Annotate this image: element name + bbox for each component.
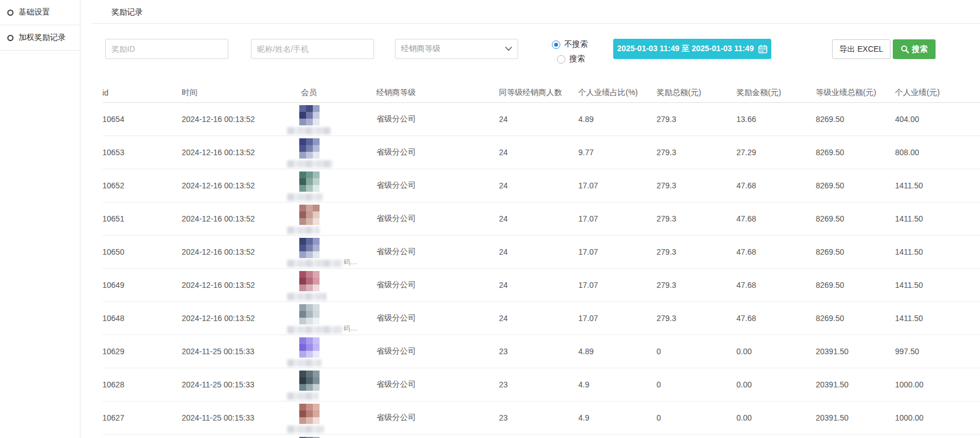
- cell-level-performance-total: 20391.50: [816, 335, 895, 368]
- cell-reward-total: 279.3: [657, 202, 736, 235]
- radio-ring-icon: [7, 35, 14, 41]
- cell-time: 2024-12-16 00:13:52: [182, 268, 301, 301]
- cell-personal-ratio: [578, 434, 657, 438]
- member-info: [287, 269, 362, 300]
- radio-selected-icon: [552, 40, 560, 49]
- cell-member: [301, 434, 376, 438]
- member-name-blurred: [287, 227, 320, 234]
- cell-member: [301, 268, 376, 301]
- cell-peer-count: 24: [499, 169, 578, 202]
- date-range-picker-button[interactable]: 2025-01-03 11:49 至 2025-01-03 11:49: [613, 39, 771, 59]
- cell-id: 10650: [102, 235, 182, 268]
- table-row: 106482024-12-16 00:13:52码…省级分公司2417.0727…: [102, 301, 980, 335]
- cell-personal-performance: 1411.50: [895, 235, 980, 268]
- cell-peer-count: 24: [499, 202, 578, 235]
- radio-ring-icon: [7, 10, 14, 16]
- member-note: 码…: [344, 258, 357, 267]
- cell-reward-total: 279.3: [657, 235, 736, 268]
- radio-no-search[interactable]: 不搜索: [552, 39, 588, 49]
- column-header: 经销商等级: [376, 83, 499, 102]
- cell-peer-count: 24: [499, 235, 578, 268]
- cell-peer-count: 24: [499, 102, 578, 136]
- cell-reward-total: 279.3: [657, 102, 736, 136]
- cell-peer-count: 24: [499, 136, 578, 169]
- cell-peer-count: 23: [499, 335, 578, 368]
- member-avatar: [299, 304, 320, 324]
- cell-reward-amount: 47.68: [736, 169, 816, 202]
- cell-level-performance-total: 20391.50: [816, 401, 895, 434]
- reward-id-input[interactable]: [105, 39, 228, 59]
- cell-dealer-level: 省级分公司: [376, 301, 499, 335]
- member-name-blurred: [287, 326, 342, 333]
- dealer-level-select-value: 经销商等级: [401, 44, 440, 54]
- table-row: 106492024-12-16 00:13:52省级分公司2417.07279.…: [102, 268, 980, 301]
- cell-member: 码…: [301, 301, 376, 335]
- column-header: 个人业绩占比(%): [578, 83, 657, 102]
- sidebar-item-weighted-reward-records[interactable]: 加权奖励记录: [0, 25, 80, 51]
- sidebar: 基础设置 加权奖励记录: [0, 0, 80, 438]
- member-info: [287, 103, 362, 134]
- table-row: 106282024-11-25 00:15:33省级分公司234.900.002…: [102, 368, 980, 401]
- reward-records-table: id时间会员经销商等级同等级经销商人数个人业绩占比(%)奖励总额(元)奖励金额(…: [102, 83, 980, 438]
- cell-personal-performance: [895, 434, 980, 438]
- cell-time: [182, 434, 301, 438]
- cell-personal-performance: 1000.00: [895, 368, 980, 401]
- cell-reward-total: 279.3: [657, 169, 736, 202]
- cell-member: [301, 335, 376, 368]
- column-header: 等级业绩总额(元): [816, 83, 895, 102]
- cell-time: 2024-11-25 00:15:33: [182, 335, 301, 368]
- calendar-icon: [758, 44, 767, 53]
- cell-id: 10649: [102, 268, 182, 301]
- cell-dealer-level: 省级分公司: [376, 401, 499, 434]
- column-header: 奖励总额(元): [657, 83, 736, 102]
- cell-personal-performance: 1411.50: [895, 301, 980, 335]
- member-info: [287, 136, 362, 168]
- cell-personal-ratio: 4.9: [578, 368, 657, 401]
- cell-id: 10653: [102, 136, 182, 169]
- sidebar-item-basic-settings[interactable]: 基础设置: [0, 0, 80, 25]
- cell-dealer-level: 省级分公司: [376, 169, 499, 202]
- member-info: [287, 401, 362, 433]
- nickname-name-phone-input[interactable]: [251, 39, 374, 59]
- member-info: [287, 435, 362, 438]
- cell-member: [301, 169, 376, 202]
- cell-personal-performance: 1000.00: [895, 401, 980, 434]
- member-name-blurred: [287, 260, 342, 267]
- cell-id: 10652: [102, 169, 182, 202]
- table-row: 106502024-12-16 00:13:52码…省级分公司2417.0727…: [102, 235, 980, 268]
- cell-reward-amount: 47.68: [736, 235, 816, 268]
- search-button[interactable]: 搜索: [893, 39, 936, 59]
- cell-personal-ratio: 4.89: [578, 335, 657, 368]
- cell-id: 10648: [102, 301, 182, 335]
- cell-reward-total: 0: [657, 368, 736, 401]
- member-avatar: [299, 271, 320, 291]
- cell-reward-amount: 0.00: [736, 368, 816, 401]
- member-note: 码…: [344, 324, 357, 333]
- cell-dealer-level: 省级分公司: [376, 202, 499, 235]
- member-avatar: [299, 404, 320, 424]
- cell-time: 2024-12-16 00:13:52: [182, 301, 301, 335]
- cell-member: [301, 368, 376, 401]
- cell-personal-performance: 997.50: [895, 335, 980, 368]
- cell-reward-amount: [736, 434, 816, 438]
- table-row: 106542024-12-16 00:13:52省级分公司244.89279.3…: [102, 102, 980, 136]
- sidebar-item-label: 加权奖励记录: [19, 33, 66, 43]
- cell-time: 2024-12-16 00:13:52: [182, 169, 301, 202]
- export-excel-button[interactable]: 导出 EXCEL: [832, 39, 891, 59]
- cell-reward-total: 279.3: [657, 268, 736, 301]
- cell-level-performance-total: 20391.50: [816, 368, 895, 401]
- member-name-blurred: [287, 426, 324, 433]
- radio-no-search-label: 不搜索: [564, 39, 588, 49]
- cell-personal-performance: 1411.50: [895, 169, 980, 202]
- radio-search[interactable]: 搜索: [557, 54, 588, 64]
- cell-member: [301, 136, 376, 169]
- cell-reward-total: 0: [657, 335, 736, 368]
- cell-personal-performance: 1411.50: [895, 268, 980, 301]
- cell-reward-amount: 47.68: [736, 301, 816, 335]
- column-header: 奖励金额(元): [736, 83, 816, 102]
- cell-reward-total: 279.3: [657, 301, 736, 335]
- member-info: [287, 335, 362, 367]
- cell-dealer-level: 省级分公司: [376, 235, 499, 268]
- dealer-level-select[interactable]: 经销商等级: [395, 39, 518, 59]
- cell-id: 10651: [102, 202, 182, 235]
